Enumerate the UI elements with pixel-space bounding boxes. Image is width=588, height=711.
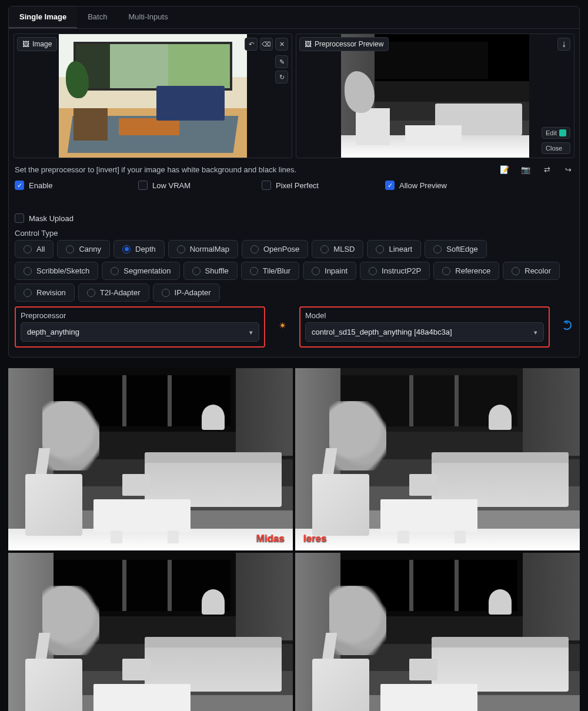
- radio-label: InstructP2P: [382, 266, 421, 275]
- control-type-label: Control Type: [9, 225, 579, 240]
- refresh-icon: [562, 321, 572, 330]
- edit-button[interactable]: Edit: [542, 127, 570, 139]
- close-icon[interactable]: ✕: [275, 38, 288, 51]
- preview-area[interactable]: ⭳ Edit Close: [296, 34, 574, 158]
- model-select[interactable]: control_sd15_depth_anything [48a4bc3a]: [305, 322, 544, 342]
- compare-depth-anything: depth_anything: [295, 553, 580, 711]
- refresh-models-button[interactable]: [560, 319, 573, 332]
- download-icon[interactable]: ⭳: [557, 38, 570, 51]
- image-input-label[interactable]: 🖼 Image: [17, 37, 57, 51]
- radio-icon: [87, 289, 95, 297]
- radio-label: Depth: [135, 245, 156, 253]
- input-image: [59, 34, 248, 158]
- run-preprocessor-button[interactable]: ✴: [276, 319, 289, 332]
- model-label: Model: [305, 311, 544, 320]
- control-type-scribble-sketch[interactable]: Scribble/Sketch: [15, 262, 98, 280]
- compare-label-leres: leres: [303, 533, 327, 545]
- send-icon[interactable]: ↪: [563, 164, 573, 175]
- radio-icon: [162, 289, 170, 297]
- control-type-instructp2p[interactable]: InstructP2P: [360, 262, 430, 280]
- control-type-openpose[interactable]: OpenPose: [242, 240, 308, 258]
- compare-lerespp: leres++: [8, 553, 293, 711]
- comparison-grid: Midas leres leres++ depth_anything: [8, 368, 580, 711]
- radio-label: Scribble/Sketch: [36, 266, 89, 275]
- radio-label: Tile/Blur: [263, 266, 290, 275]
- radio-label: Segmentation: [123, 266, 171, 275]
- radio-icon: [111, 267, 119, 275]
- radio-icon: [512, 267, 520, 275]
- image-input-area[interactable]: ↶ ⌫ ✕ ✎ ↻: [14, 34, 292, 158]
- checkbox-low-vram[interactable]: Low VRAM: [138, 181, 238, 190]
- radio-icon: [442, 267, 450, 275]
- control-type-revision[interactable]: Revision: [15, 283, 75, 302]
- radio-icon: [250, 245, 259, 253]
- radio-label: NormalMap: [190, 245, 229, 253]
- tab-batch[interactable]: Batch: [77, 6, 118, 28]
- mode-tabs: Single Image Batch Multi-Inputs: [9, 6, 579, 29]
- image-label-text: Image: [32, 40, 52, 48]
- radio-icon: [433, 245, 442, 253]
- image-icon: 🖼: [22, 40, 29, 48]
- radio-label: Canny: [79, 245, 101, 253]
- control-type-segmentation[interactable]: Segmentation: [102, 262, 179, 280]
- control-type-reference[interactable]: Reference: [433, 262, 499, 280]
- tab-single-image[interactable]: Single Image: [9, 6, 77, 28]
- checkbox-icon: [15, 213, 24, 223]
- radio-icon: [192, 267, 201, 275]
- checkbox-label: Low VRAM: [152, 181, 191, 190]
- radio-label: All: [36, 245, 45, 253]
- erase-icon[interactable]: ⌫: [260, 38, 273, 51]
- preprocessor-field: Preprocessor depth_anything: [15, 306, 265, 348]
- control-type-all[interactable]: All: [15, 240, 54, 258]
- control-type-softedge[interactable]: SoftEdge: [425, 240, 487, 258]
- preview-label[interactable]: 🖼 Preprocessor Preview: [299, 37, 389, 51]
- radio-icon: [24, 245, 32, 253]
- note-icon[interactable]: 📝: [499, 164, 510, 175]
- checkbox-label: Mask Upload: [29, 214, 74, 223]
- radio-label: Recolor: [524, 266, 551, 275]
- radio-label: Reference: [455, 266, 490, 275]
- close-button[interactable]: Close: [542, 142, 570, 154]
- radio-label: Shuffle: [205, 266, 229, 275]
- radio-icon: [24, 267, 32, 275]
- checkbox-label: Allow Preview: [399, 181, 447, 190]
- control-type-canny[interactable]: Canny: [57, 240, 110, 258]
- swap-icon[interactable]: ⇄: [542, 164, 552, 175]
- control-type-group: AllCannyDepthNormalMapOpenPoseMLSDLinear…: [9, 240, 579, 305]
- control-type-lineart[interactable]: Lineart: [367, 240, 421, 258]
- checkbox-label: Pixel Perfect: [276, 181, 319, 190]
- edit-btn-label: Edit: [546, 129, 557, 136]
- radio-label: IP-Adapter: [175, 288, 211, 297]
- radio-icon: [320, 245, 329, 253]
- compare-midas: Midas: [8, 368, 293, 550]
- control-type-mlsd[interactable]: MLSD: [312, 240, 363, 258]
- preview-image: [341, 34, 530, 158]
- checkbox-allow-preview[interactable]: Allow Preview: [385, 181, 485, 190]
- control-type-inpaint[interactable]: Inpaint: [303, 262, 356, 280]
- control-type-ip-adapter[interactable]: IP-Adapter: [153, 283, 220, 302]
- control-type-tile-blur[interactable]: Tile/Blur: [241, 262, 299, 280]
- control-type-shuffle[interactable]: Shuffle: [183, 262, 238, 280]
- pen-icon[interactable]: ✎: [275, 55, 288, 68]
- radio-icon: [24, 289, 32, 297]
- tab-multi-inputs[interactable]: Multi-Inputs: [118, 6, 178, 28]
- undo-icon[interactable]: ↶: [245, 38, 258, 51]
- control-type-depth[interactable]: Depth: [113, 240, 165, 258]
- control-type-recolor[interactable]: Recolor: [503, 262, 560, 280]
- camera-icon[interactable]: 📷: [520, 164, 531, 175]
- control-type-normalmap[interactable]: NormalMap: [168, 240, 238, 258]
- checkbox-label: Enable: [29, 181, 52, 190]
- radio-icon: [250, 267, 258, 275]
- close-btn-label: Close: [546, 145, 562, 152]
- radio-label: Lineart: [389, 245, 412, 253]
- radio-icon: [66, 245, 74, 253]
- checkbox-enable[interactable]: Enable: [15, 181, 115, 190]
- radio-label: T2I-Adapter: [100, 288, 141, 297]
- checkbox-pixel-perfect[interactable]: Pixel Perfect: [262, 181, 362, 190]
- control-type-t2i-adapter[interactable]: T2I-Adapter: [78, 283, 149, 302]
- preprocessor-select[interactable]: depth_anything: [21, 322, 259, 342]
- checkbox-mask-upload[interactable]: Mask Upload: [15, 213, 115, 223]
- radio-icon: [177, 245, 185, 253]
- radio-label: MLSD: [333, 245, 355, 253]
- reload-icon[interactable]: ↻: [275, 71, 288, 84]
